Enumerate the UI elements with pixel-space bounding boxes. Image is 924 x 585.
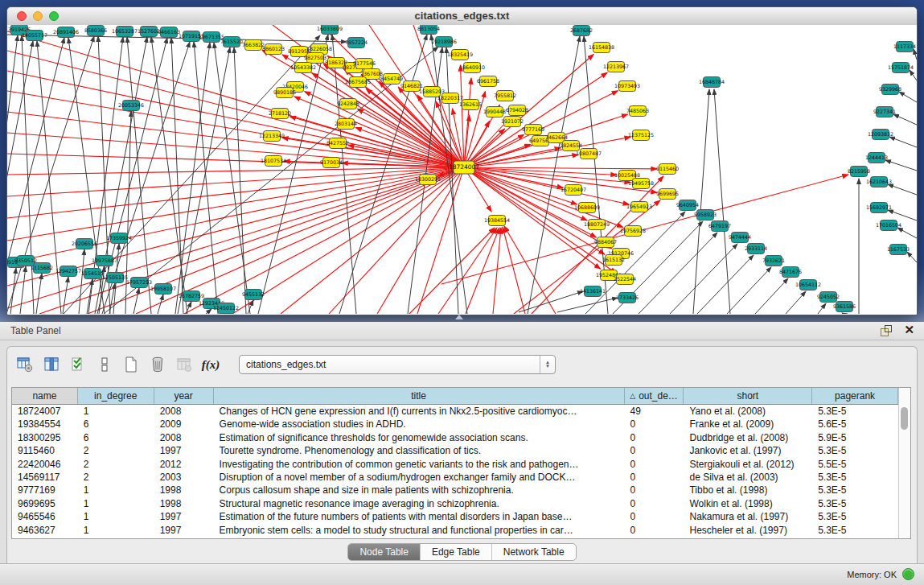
graph-node[interactable]: 9227341 [873, 107, 896, 117]
graph-node[interactable]: 15751874 [888, 63, 914, 73]
graph-node[interactable]: 14055717 [22, 31, 47, 41]
graph-node[interactable]: 16848784 [699, 77, 725, 88]
table-row[interactable]: 2242004622012Investigating the contribut… [12, 458, 898, 471]
graph-node[interactable]: 9329968 [879, 84, 901, 95]
new-table-icon[interactable] [120, 353, 142, 376]
table-vertical-scrollbar[interactable] [898, 388, 910, 538]
table-row[interactable]: 1872400712008Changes of HCN gene express… [12, 405, 898, 418]
table-row[interactable]: 1456911722003Disruption of a novel membe… [12, 471, 898, 484]
graph-node[interactable]: 8860123 [262, 44, 285, 55]
column-visibility-icon[interactable] [40, 353, 63, 376]
network-view-canvas[interactable]: 1830029519384554886012389129551822605898… [7, 25, 917, 314]
network-graph[interactable]: 1830029519384554886012389129551822605898… [7, 25, 917, 314]
graph-node[interactable]: 19495758 [628, 179, 654, 189]
graph-node[interactable]: 17957253 [126, 278, 152, 288]
graph-node[interactable]: 5958923 [694, 210, 717, 220]
graph-node[interactable]: 7955812 [494, 91, 516, 101]
graph-node[interactable]: 9640954 [676, 200, 699, 211]
graph-node[interactable]: 1921072 [501, 117, 524, 127]
table-row[interactable]: 946362711997Embryonic stem cells: a mode… [12, 524, 898, 537]
network-window-titlebar[interactable]: citations_edges.txt [7, 7, 917, 26]
table-row[interactable]: 977716911998Corpus callosum shape and si… [12, 484, 898, 496]
tab-edge-table[interactable]: Edge Table [421, 544, 492, 560]
graph-node[interactable]: 18640910 [459, 63, 485, 73]
graph-node[interactable]: 12505135 [102, 273, 128, 283]
graph-node[interactable]: 1117334 [893, 42, 916, 52]
graph-node[interactable]: 20053346 [118, 101, 144, 111]
graph-node[interactable]: 9827503 [304, 53, 326, 64]
column-header[interactable]: name [12, 388, 78, 404]
graph-node[interactable]: 7615520 [220, 37, 243, 47]
graph-node[interactable]: 2933114 [745, 244, 767, 254]
graph-node[interactable]: 12213967 [603, 62, 629, 72]
graph-node[interactable]: 6479197 [708, 221, 731, 232]
graph-node[interactable]: 1615132 [602, 255, 625, 266]
graph-node[interactable]: 10543382 [290, 63, 316, 73]
graph-node[interactable]: 10807487 [576, 149, 602, 159]
graph-node[interactable]: 23675685 [345, 77, 371, 88]
graph-node[interactable]: 9890185 [273, 88, 296, 98]
graph-node[interactable]: 9245052 [817, 292, 840, 303]
splitter-handle[interactable] [455, 315, 463, 319]
graph-node[interactable]: 16210643 [866, 177, 892, 187]
graph-node[interactable]: 1154519 [81, 269, 104, 279]
graph-node[interactable]: 9474444 [729, 233, 751, 243]
graph-node[interactable]: 9177546 [353, 59, 376, 69]
table-row[interactable]: 969969511998Structural magnetic resonanc… [12, 497, 898, 510]
graph-node[interactable]: 9884067 [594, 237, 617, 248]
graph-node[interactable]: 1362615 [459, 100, 482, 110]
graph-node[interactable]: 8215958 [848, 167, 870, 177]
graph-node[interactable]: 8580366 [84, 26, 107, 36]
graph-node[interactable]: 1733426 [616, 293, 639, 303]
graph-node[interactable]: 7663822 [242, 40, 265, 51]
graph-node[interactable]: 18325419 [447, 50, 473, 60]
scrollbar-thumb[interactable] [901, 407, 908, 430]
graph-node[interactable]: 2687682 [570, 26, 593, 36]
delete-table-icon[interactable] [146, 353, 169, 376]
column-header[interactable]: pagerank [812, 388, 898, 404]
graph-node[interactable]: 12375125 [628, 130, 654, 141]
graph-node[interactable]: 12942757 [55, 266, 81, 277]
table-row[interactable]: 946554611997Estimation of the future num… [12, 510, 898, 523]
column-header[interactable]: year [154, 388, 214, 404]
graph-node[interactable]: 8813054 [417, 25, 440, 35]
graph-node[interactable]: 10975887 [92, 256, 117, 266]
graph-node[interactable]: 9361586 [833, 302, 856, 312]
rows-icon[interactable] [93, 353, 116, 376]
graph-node[interactable]: 2522544 [614, 274, 636, 285]
graph-node[interactable]: 19958107 [150, 284, 176, 295]
graph-node[interactable]: 10653287 [112, 27, 138, 37]
graph-node[interactable]: 9170034 [320, 158, 343, 168]
graph-node[interactable]: 14136141 [580, 286, 606, 297]
graph-node[interactable]: 1244413 [865, 153, 888, 163]
graph-node[interactable]: 16033809 [317, 25, 343, 35]
column-header[interactable]: in_degree [78, 388, 154, 404]
graph-node[interactable]: 19384554 [484, 216, 510, 226]
table-select-dropdown[interactable]: citations_edges.txt ▲▼ [239, 355, 556, 374]
close-panel-icon[interactable]: ✕ [904, 323, 914, 337]
tab-node-table[interactable]: Node Table [348, 544, 421, 560]
graph-node[interactable]: 17016504 [876, 220, 901, 231]
graph-node[interactable]: 18807249 [584, 220, 610, 230]
graph-node[interactable]: 7932621 [762, 256, 785, 266]
graph-node[interactable]: 9699695 [656, 189, 679, 200]
graph-node[interactable]: 7857224 [345, 38, 368, 48]
graph-node[interactable]: 6794028 [506, 105, 528, 116]
graph-node[interactable]: 9115460 [656, 164, 679, 175]
graph-node[interactable]: 1167533 [887, 245, 910, 255]
graph-node[interactable]: 9242848 [337, 99, 359, 109]
graph-node[interactable]: 18107534 [261, 156, 286, 167]
graph-node[interactable]: 1824554 [560, 141, 582, 151]
graph-node[interactable]: 9455132 [242, 290, 265, 300]
graph-node[interactable]: 6961758 [477, 76, 499, 87]
graph-node[interactable]: 12213349 [259, 131, 285, 142]
graph-node[interactable]: 7485063 [626, 106, 649, 117]
graph-node[interactable]: 1990448 [483, 107, 506, 117]
graph-node[interactable]: 9777169 [522, 125, 544, 135]
graph-node[interactable]: 1527602 [138, 27, 160, 37]
column-header[interactable]: short [684, 388, 812, 404]
graph-node[interactable]: 9466163 [158, 27, 180, 38]
column-header[interactable]: △out_de… [625, 388, 684, 404]
row-checks-icon[interactable] [67, 353, 89, 376]
graph-node[interactable]: 15692971 [866, 203, 892, 213]
